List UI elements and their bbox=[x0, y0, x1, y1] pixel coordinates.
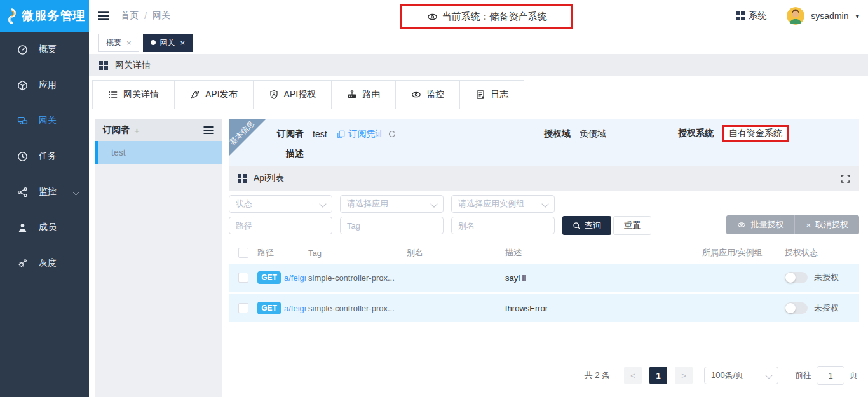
credential-label[interactable]: 订阅凭证 bbox=[349, 128, 384, 140]
search-button[interactable]: 查询 bbox=[562, 216, 611, 235]
copy-icon[interactable] bbox=[336, 130, 346, 139]
sidebar-item-gray-release[interactable]: 灰度 bbox=[0, 245, 89, 281]
monitor-nodes-icon bbox=[17, 187, 28, 198]
total-count-label: 共 2 条 bbox=[585, 370, 610, 381]
auth-domain-label: 授权域 bbox=[534, 128, 571, 140]
row-checkbox[interactable] bbox=[238, 303, 248, 313]
page-size-select[interactable]: 100条/页 bbox=[704, 367, 778, 384]
breadcrumb-current: 网关 bbox=[153, 10, 170, 22]
status-select[interactable]: 状态 bbox=[229, 195, 332, 213]
top-header: 微服务管理 首页 / 网关 当前系统：储备资产系统 系统 bbox=[0, 0, 868, 32]
tab-api-publish[interactable]: API发布 bbox=[174, 80, 254, 109]
sidebar-item-tasks[interactable]: 任务 bbox=[0, 138, 89, 174]
caret-down-icon[interactable]: ▾ bbox=[855, 12, 859, 20]
subscriber-label: 订阅者 bbox=[267, 128, 304, 140]
info-auth-domain: 授权域 负债域 bbox=[534, 128, 606, 140]
info-auth-system: 授权系统 自有资金系统 bbox=[677, 125, 789, 142]
reset-button[interactable]: 重置 bbox=[613, 216, 651, 235]
subscriber-panel-header: 订阅者 + bbox=[95, 119, 222, 141]
logo-swirl-icon bbox=[4, 8, 19, 24]
sidebar-nav: 概要 应用 网关 任务 监控 成员 灰度 bbox=[0, 32, 89, 397]
status-placeholder: 状态 bbox=[236, 198, 318, 210]
auth-status-label: 未授权 bbox=[814, 272, 839, 283]
close-icon[interactable]: × bbox=[126, 38, 132, 48]
batch-authorize-button[interactable]: 批量授权 bbox=[726, 215, 795, 234]
auth-system-value-annotated: 自有资金系统 bbox=[722, 125, 789, 142]
sidebar-item-label: 监控 bbox=[39, 186, 57, 198]
tab-label: API授权 bbox=[284, 89, 316, 100]
select-all-checkbox[interactable] bbox=[238, 248, 248, 258]
close-icon[interactable]: × bbox=[180, 38, 186, 48]
goto-page-input[interactable] bbox=[817, 366, 844, 385]
row-checkbox[interactable] bbox=[238, 273, 248, 283]
next-page-button[interactable]: > bbox=[675, 367, 693, 384]
refresh-icon[interactable] bbox=[388, 130, 397, 138]
sidebar-item-label: 成员 bbox=[39, 222, 57, 233]
subscriber-list-item[interactable]: test bbox=[95, 141, 222, 164]
tab-logs[interactable]: 日志 bbox=[459, 80, 524, 109]
bulk-action-group: 批量授权 × 取消授权 bbox=[726, 215, 859, 234]
shield-icon bbox=[269, 90, 279, 100]
tab-api-auth[interactable]: API授权 bbox=[253, 80, 332, 109]
api-tag: simple-controller-prox... bbox=[308, 304, 395, 313]
instance-group-select[interactable]: 请选择应用实例组 bbox=[451, 195, 555, 213]
hamburger-menu-icon[interactable] bbox=[95, 8, 112, 24]
api-list-title: Api列表 bbox=[254, 173, 284, 184]
description-label: 描述 bbox=[267, 148, 304, 159]
fullscreen-icon[interactable] bbox=[841, 174, 850, 184]
prev-page-button[interactable]: < bbox=[624, 367, 642, 384]
tag-input[interactable] bbox=[340, 217, 444, 234]
chevron-down-icon bbox=[430, 200, 437, 207]
clock-icon bbox=[17, 151, 28, 162]
log-icon bbox=[475, 90, 485, 100]
tab-label: 网关详情 bbox=[123, 89, 159, 100]
auth-toggle[interactable] bbox=[785, 272, 808, 283]
table-footer-divider bbox=[229, 358, 859, 358]
alias-input[interactable] bbox=[451, 217, 555, 234]
subscription-credential-link[interactable]: 订阅凭证 bbox=[336, 128, 397, 140]
batch-authorize-label: 批量授权 bbox=[750, 219, 783, 231]
view-tab-gateway[interactable]: 网关 × bbox=[143, 34, 193, 52]
collapse-panel-icon[interactable] bbox=[202, 124, 215, 137]
current-system-annotation: 当前系统：储备资产系统 bbox=[400, 4, 573, 29]
tab-monitor[interactable]: 监控 bbox=[395, 80, 460, 109]
chevron-down-icon bbox=[541, 200, 548, 207]
current-page-button[interactable]: 1 bbox=[649, 367, 667, 384]
goto-label: 前往 bbox=[795, 370, 811, 381]
system-menu[interactable]: 系统 bbox=[736, 10, 766, 22]
sidebar-item-overview[interactable]: 概要 bbox=[0, 32, 89, 67]
auth-toggle[interactable] bbox=[785, 302, 808, 314]
api-description: throwsError bbox=[505, 304, 548, 313]
sidebar-item-monitor[interactable]: 监控 bbox=[0, 174, 89, 210]
column-alias: 别名 bbox=[407, 247, 423, 259]
view-tab-label: 概要 bbox=[106, 37, 121, 48]
view-tab-label: 网关 bbox=[160, 37, 175, 48]
gateway-icon bbox=[17, 116, 28, 126]
view-tab-overview[interactable]: 概要 × bbox=[98, 34, 139, 52]
subscriber-name: test bbox=[111, 147, 126, 158]
search-icon bbox=[573, 222, 581, 230]
sidebar-item-apps[interactable]: 应用 bbox=[0, 67, 89, 103]
auth-domain-value: 负债域 bbox=[580, 128, 606, 140]
cancel-authorize-button[interactable]: × 取消授权 bbox=[795, 215, 859, 234]
avatar[interactable] bbox=[787, 7, 804, 25]
system-menu-label: 系统 bbox=[749, 10, 766, 22]
api-tag: simple-controller-prox... bbox=[308, 273, 395, 283]
member-icon bbox=[17, 222, 28, 233]
eye-icon bbox=[737, 220, 746, 229]
app-select[interactable]: 请选择应用 bbox=[340, 195, 444, 213]
api-path-link[interactable]: a/feign bbox=[284, 304, 306, 313]
tab-gateway-detail[interactable]: 网关详情 bbox=[92, 80, 175, 109]
path-input[interactable] bbox=[229, 217, 332, 234]
rocket-icon bbox=[190, 90, 200, 100]
page-title: 网关详情 bbox=[115, 60, 151, 71]
sidebar-item-gateway[interactable]: 网关 bbox=[0, 103, 89, 138]
breadcrumb-home[interactable]: 首页 bbox=[121, 10, 139, 22]
app-window: 微服务管理 首页 / 网关 当前系统：储备资产系统 系统 bbox=[0, 0, 868, 397]
add-subscriber-button[interactable]: + bbox=[134, 125, 140, 136]
api-path-link[interactable]: a/feign bbox=[284, 273, 306, 283]
username-label[interactable]: sysadmin bbox=[811, 11, 848, 21]
grid-icon bbox=[99, 61, 108, 70]
tab-route[interactable]: 路由 bbox=[331, 80, 396, 109]
sidebar-item-members[interactable]: 成员 bbox=[0, 210, 89, 245]
